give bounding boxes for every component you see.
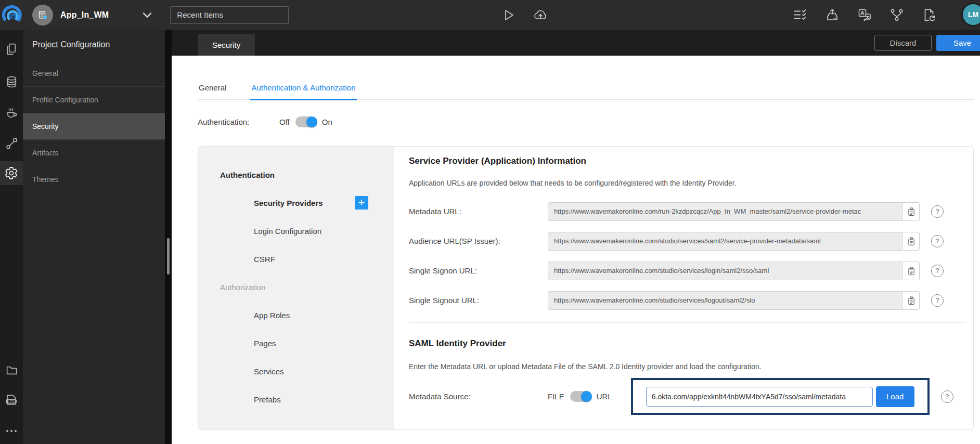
logs-icon[interactable]: LOG: [0, 388, 23, 412]
security-content: General Authentication & Authorization A…: [172, 56, 980, 444]
sidebar-item-security[interactable]: Security: [23, 113, 165, 139]
help-icon[interactable]: ?: [931, 265, 944, 277]
single-signout-url-input[interactable]: [548, 291, 902, 310]
svg-text:LOG: LOG: [8, 400, 14, 403]
page-title-tab[interactable]: Security: [198, 34, 255, 56]
security-config-card: Authentication Security Providers + Logi…: [198, 146, 974, 430]
security-config-nav: Authentication Security Providers + Logi…: [198, 147, 394, 429]
authentication-toggle[interactable]: [295, 116, 316, 127]
app-icon: [32, 5, 53, 25]
save-button[interactable]: Save: [936, 35, 980, 51]
single-signon-url-input[interactable]: [548, 262, 902, 280]
toolbar-icons: [793, 0, 936, 30]
file-explorer-icon[interactable]: [0, 358, 23, 382]
pages-module-icon[interactable]: [0, 37, 23, 61]
single-signout-url-label: Single Signout URL:: [409, 296, 548, 305]
file-option-label: FILE: [548, 392, 564, 401]
export-deploy-icon[interactable]: [825, 8, 840, 22]
audience-url-row: Audience URL(SP Issuer): ?: [409, 226, 973, 256]
nav-item-services[interactable]: Services: [220, 367, 284, 376]
sidebar-item-profile-configuration[interactable]: Profile Configuration: [23, 86, 165, 113]
sp-info-description: Application URLs are provided below that…: [409, 179, 973, 187]
sp-info-title: Service Provider (Application) Informati…: [409, 156, 973, 166]
nav-item-security-providers[interactable]: Security Providers: [220, 199, 323, 207]
metadata-source-label: Metadata Source:: [409, 392, 548, 401]
cloud-upload-icon[interactable]: [533, 7, 548, 23]
copy-icon[interactable]: [902, 202, 920, 221]
apis-module-icon[interactable]: [0, 131, 23, 155]
authentication-label: Authentication:: [198, 117, 279, 126]
run-icon[interactable]: [500, 7, 516, 23]
help-icon[interactable]: ?: [931, 235, 944, 247]
translate-icon[interactable]: [857, 8, 872, 22]
tab-authentication-authorization[interactable]: Authentication & Authorization: [250, 83, 356, 100]
java-services-icon[interactable]: [0, 101, 23, 125]
section-divider: [409, 322, 966, 323]
user-avatar[interactable]: LM: [961, 3, 980, 27]
metadata-source-toggle[interactable]: [570, 391, 591, 402]
single-signon-url-row: Single Signon URL: ?: [409, 256, 973, 285]
help-icon[interactable]: ?: [931, 205, 944, 218]
version-control-icon[interactable]: [889, 8, 904, 22]
scrollbar-track: [165, 30, 172, 444]
run-actions: [500, 0, 548, 30]
authentication-toggle-row: Authentication: Off On: [198, 116, 980, 127]
metadata-url-label: Metadata URL:: [409, 207, 548, 216]
help-icon[interactable]: ?: [941, 390, 953, 403]
saml-idp-title: SAML Identity Provider: [409, 338, 973, 349]
single-signout-url-row: Single Signout URL: ?: [409, 285, 973, 315]
sidebar-item-general[interactable]: General: [23, 60, 165, 86]
help-icon[interactable]: ?: [931, 294, 944, 307]
discard-button[interactable]: Discard: [874, 35, 932, 51]
sp-info-panel: Service Provider (Application) Informati…: [394, 147, 973, 429]
checklist-icon[interactable]: [793, 8, 807, 22]
top-bar: App_In_WM: [0, 0, 980, 30]
more-options-icon[interactable]: [0, 419, 23, 443]
chevron-down-icon[interactable]: [142, 12, 152, 18]
config-sidebar: Project Configuration General Profile Co…: [23, 30, 165, 444]
security-tabs: General Authentication & Authorization: [198, 83, 974, 100]
idp-metadata-url-input[interactable]: [646, 387, 873, 407]
nav-section-authentication: Authentication: [220, 171, 275, 179]
wavemaker-logo-icon: [0, 4, 24, 27]
saml-idp-description: Enter the Metadata URL or upload Metadat…: [409, 362, 973, 371]
nav-section-authorization: Authorization: [220, 283, 266, 292]
add-security-provider-button[interactable]: +: [355, 196, 368, 210]
metadata-url-input[interactable]: [548, 202, 902, 221]
nav-item-prefabs[interactable]: Prefabs: [220, 395, 281, 404]
file-sync-icon[interactable]: [922, 8, 936, 22]
audience-url-label: Audience URL(SP Issuer):: [409, 237, 548, 245]
sidebar-item-artifacts[interactable]: Artifacts: [23, 139, 165, 166]
copy-icon[interactable]: [902, 291, 920, 310]
metadata-source-row: Metadata Source: FILE URL Load ?: [409, 378, 973, 415]
nav-item-login-configuration[interactable]: Login Configuration: [220, 227, 321, 236]
metadata-url-highlight-box: Load: [631, 378, 930, 415]
settings-module-icon[interactable]: [0, 161, 23, 185]
metadata-url-row: Metadata URL: ?: [409, 197, 973, 226]
single-signon-url-label: Single Signon URL:: [409, 266, 548, 275]
page-header: Security Discard Save: [172, 30, 980, 56]
audience-url-input[interactable]: [548, 232, 902, 251]
nav-item-app-roles[interactable]: App Roles: [220, 311, 290, 320]
sidebar-item-themes[interactable]: Themes: [23, 166, 165, 192]
scrollbar-thumb[interactable]: [167, 238, 170, 275]
toggle-on-label: On: [322, 117, 332, 126]
nav-item-pages[interactable]: Pages: [220, 339, 276, 348]
load-button[interactable]: Load: [876, 386, 914, 407]
tab-general[interactable]: General: [198, 83, 227, 99]
toggle-off-label: Off: [279, 117, 290, 126]
url-option-label: URL: [597, 392, 612, 401]
recent-items-input[interactable]: [170, 6, 289, 24]
sidebar-title: Project Configuration: [23, 30, 165, 60]
app-name: App_In_WM: [60, 10, 109, 20]
copy-icon[interactable]: [902, 232, 920, 251]
nav-item-csrf[interactable]: CSRF: [220, 255, 275, 264]
module-rail: LOG: [0, 30, 23, 444]
database-module-icon[interactable]: [0, 70, 23, 94]
copy-icon[interactable]: [902, 262, 920, 280]
